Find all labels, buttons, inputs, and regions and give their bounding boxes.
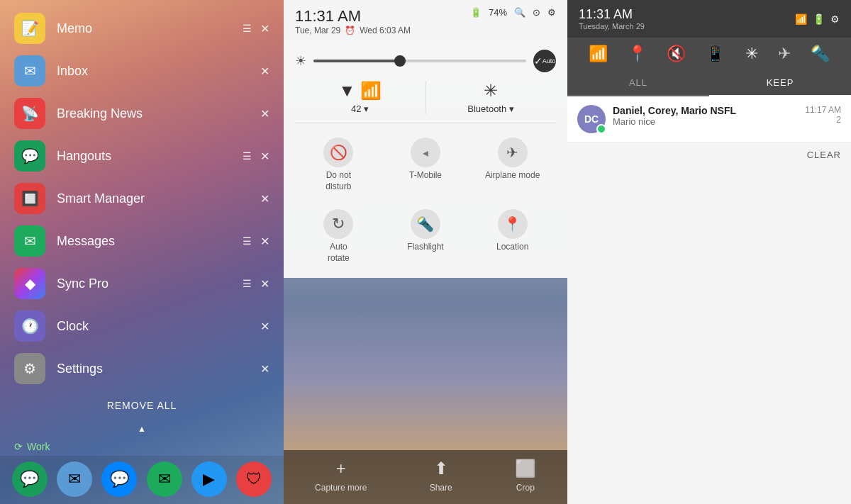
battery-level: 74%: [489, 7, 507, 18]
notification-content: Daniel, Corey, Mario NSFL Mario nice: [613, 105, 798, 127]
sync-pro-icon: ◆: [14, 268, 45, 299]
close-icon[interactable]: ✕: [260, 150, 269, 163]
list-item[interactable]: ◆ Sync Pro ☰ ✕: [0, 262, 284, 305]
dock-inbox-icon[interactable]: ✉: [57, 461, 92, 497]
tile-airplane-mode[interactable]: ✈ Airplane mode: [469, 132, 556, 198]
notification-time: 11:17 AM: [805, 105, 841, 115]
auto-badge[interactable]: ✓ Auto: [533, 50, 556, 72]
close-icon[interactable]: ✕: [260, 65, 269, 78]
expand-arrow-icon[interactable]: ▲: [0, 421, 284, 437]
bt-dropdown-icon[interactable]: ▾: [509, 103, 514, 114]
location-icon: 📍: [498, 209, 528, 239]
close-icon[interactable]: ✕: [260, 362, 269, 376]
wifi-icon: ▼ 📶: [339, 81, 382, 101]
tab-all[interactable]: ALL: [567, 70, 709, 95]
crop-button[interactable]: ⬜ Crop: [515, 459, 536, 493]
notification-item[interactable]: DC Daniel, Corey, Mario NSFL Mario nice …: [567, 96, 851, 142]
menu-icon[interactable]: ☰: [243, 278, 252, 289]
close-icon[interactable]: ✕: [260, 22, 269, 35]
avatar: DC: [577, 105, 606, 133]
list-item[interactable]: ✉ Messages ☰ ✕: [0, 220, 284, 262]
wifi-section[interactable]: ▼ 📶 42 ▾: [295, 81, 426, 114]
right-time: 11:31 AM: [579, 7, 645, 22]
tile-label: Flashlight: [407, 242, 443, 253]
clear-button[interactable]: CLEAR: [567, 142, 851, 167]
right-airplane-toggle[interactable]: ✈: [778, 45, 791, 63]
bottom-dock: 💬 ✉ 💬 ✉ ▶ 🛡: [0, 456, 284, 504]
right-status-icons: 📶 🔋 ⚙: [795, 13, 840, 25]
right-location-toggle[interactable]: 📍: [628, 45, 647, 63]
share-icon: ⬆: [434, 459, 448, 478]
tile-label: Location: [496, 242, 528, 253]
tile-flashlight[interactable]: 🔦 Flashlight: [382, 203, 469, 269]
right-settings-icon[interactable]: ⚙: [830, 13, 840, 25]
capture-more-button[interactable]: + Capture more: [315, 459, 367, 493]
bluetooth-icon: ✳: [484, 81, 498, 101]
close-icon[interactable]: ✕: [260, 107, 269, 121]
brightness-slider[interactable]: [313, 60, 526, 62]
notification-count: 2: [805, 115, 841, 125]
crop-icon: ⬜: [515, 459, 536, 478]
right-panel: 11:31 AM Tuesday, March 29 📶 🔋 ⚙ 📶 📍 🔇 📱…: [567, 0, 851, 504]
battery-icon: 🔋: [470, 7, 482, 18]
close-icon[interactable]: ✕: [260, 192, 269, 206]
brightness-icon: ☀: [295, 53, 306, 69]
dock-hangouts-icon[interactable]: 💬: [12, 461, 48, 497]
close-icon[interactable]: ✕: [260, 277, 269, 291]
notification-body: Mario nice: [613, 116, 798, 127]
bt-section[interactable]: ✳ Bluetooth ▾: [426, 81, 557, 114]
wifi-bt-row: ▼ 📶 42 ▾ ✳ Bluetooth ▾: [295, 81, 556, 123]
airplane-mode-icon: ✈: [498, 138, 528, 167]
menu-icon[interactable]: ☰: [243, 23, 252, 34]
list-item[interactable]: 📝 Memo ☰ ✕: [0, 7, 284, 50]
tile-t-mobile[interactable]: ◂ T-Mobile: [382, 132, 469, 198]
remove-all-button[interactable]: REMOVE ALL: [0, 390, 284, 421]
do-not-disturb-icon: 🚫: [323, 138, 353, 167]
memo-icon: 📝: [14, 13, 45, 44]
close-icon[interactable]: ✕: [260, 235, 269, 248]
tab-keep[interactable]: KEEP: [709, 70, 851, 96]
notification-meta: 11:17 AM 2: [805, 105, 841, 125]
display-settings-icon[interactable]: ⊙: [533, 7, 540, 18]
crop-label: Crop: [516, 483, 535, 493]
right-screen-toggle[interactable]: 📱: [706, 45, 725, 63]
tile-label: Airplane mode: [485, 170, 540, 181]
menu-icon[interactable]: ☰: [243, 150, 252, 162]
right-tabs: ALL KEEP: [567, 70, 851, 96]
tile-location[interactable]: 📍 Location: [469, 203, 556, 269]
tile-auto-rotate[interactable]: ↻ Autorotate: [295, 203, 382, 269]
quick-tiles: 🚫 Do notdisturb ◂ T-Mobile ✈ Airplane mo…: [295, 132, 556, 269]
dock-antivirus-icon[interactable]: 🛡: [236, 461, 272, 497]
list-item[interactable]: 🕐 Clock ✕: [0, 305, 284, 347]
list-item[interactable]: 📡 Breaking News ✕: [0, 92, 284, 135]
bottom-actions-bar: + Capture more ⬆ Share ⬜ Crop: [284, 450, 567, 504]
right-mute-toggle[interactable]: 🔇: [667, 45, 686, 63]
app-name: Clock: [57, 319, 260, 334]
right-bluetooth-toggle[interactable]: ✳: [745, 45, 758, 63]
alarm-time: Wed 6:03 AM: [360, 26, 411, 35]
list-item[interactable]: ✉ Inbox ✕: [0, 50, 284, 92]
list-item[interactable]: ⚙ Settings ✕: [0, 347, 284, 390]
app-list: 📝 Memo ☰ ✕ ✉ Inbox ✕ 📡 Breaking News ✕ 💬: [0, 0, 284, 464]
list-item[interactable]: 💬 Hangouts ☰ ✕: [0, 135, 284, 177]
left-panel: 📝 Memo ☰ ✕ ✉ Inbox ✕ 📡 Breaking News ✕ 💬: [0, 0, 284, 504]
settings-icon[interactable]: ⚙: [547, 7, 556, 18]
dock-gplay-icon[interactable]: ▶: [191, 461, 227, 497]
tile-label: T-Mobile: [409, 170, 442, 181]
app-name: Messages: [57, 234, 243, 249]
right-wifi-toggle[interactable]: 📶: [589, 45, 608, 63]
dock-messages-icon[interactable]: ✉: [147, 461, 182, 497]
quick-settings-panel: ☀ ✓ Auto ▼ 📶 42 ▾ ✳ Bluetoot: [284, 41, 567, 278]
dock-messenger-icon[interactable]: 💬: [101, 461, 137, 497]
share-button[interactable]: ⬆ Share: [430, 459, 452, 493]
right-time-block: 11:31 AM Tuesday, March 29: [579, 7, 645, 30]
current-date: Tue, Mar 29: [295, 26, 340, 35]
close-icon[interactable]: ✕: [260, 320, 269, 333]
right-flashlight-toggle[interactable]: 🔦: [811, 45, 830, 63]
wifi-label: 42 ▾: [351, 103, 369, 114]
search-icon[interactable]: 🔍: [514, 7, 525, 18]
wifi-dropdown-icon[interactable]: ▾: [364, 103, 369, 114]
menu-icon[interactable]: ☰: [243, 235, 252, 247]
tile-do-not-disturb[interactable]: 🚫 Do notdisturb: [295, 132, 382, 198]
list-item[interactable]: 🔲 Smart Manager ✕: [0, 177, 284, 220]
